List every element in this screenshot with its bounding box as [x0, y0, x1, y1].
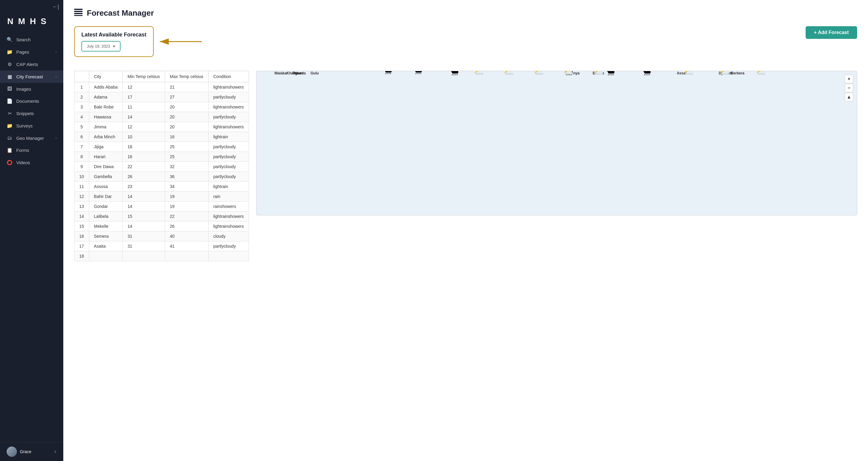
- row-condition: partlycloudy: [208, 152, 249, 162]
- snippets-icon: ✂: [7, 111, 13, 116]
- table-row: 2 Adama 17 27 partlycloudy: [74, 92, 249, 102]
- weather-marker-6: ⛅: [755, 71, 766, 76]
- sidebar-item-forms[interactable]: 📋 Forms: [0, 144, 63, 156]
- map-label-malakal: Malakal: [275, 71, 287, 75]
- map-label-uganda: Uganda: [293, 71, 306, 75]
- sidebar-item-search[interactable]: 🔍 Search: [0, 33, 63, 46]
- row-num: 10: [74, 172, 89, 182]
- row-max-temp: 41: [165, 241, 208, 251]
- add-forecast-button[interactable]: + Add Forecast: [806, 26, 857, 39]
- image-icon: 🖼: [7, 86, 13, 92]
- weather-marker-12: ⛅: [503, 71, 514, 76]
- table-row: 7 Jijiga 16 25 partlycloudy: [74, 142, 249, 152]
- row-min-temp: 11: [123, 102, 165, 112]
- table-row: 9 Dire Dawa 22 32 partlycloudy: [74, 162, 249, 172]
- forecast-date-box: Latest Available Forecast July 19, 2023 …: [74, 26, 154, 57]
- row-condition: partlycloudy: [208, 172, 249, 182]
- table-row: 15 Mekelle 14 26 lightrainshowers: [74, 221, 249, 232]
- forecast-date-area: Latest Available Forecast July 19, 2023 …: [74, 26, 205, 57]
- row-condition: partlycloudy: [208, 112, 249, 122]
- row-city: Hawassa: [89, 112, 123, 122]
- table-row: 16 Semera 31 40 cloudy: [74, 232, 249, 241]
- forecast-table: City Min Temp celsius Max Temp celsius C…: [74, 71, 249, 261]
- user-menu-chevron-icon: ∧: [54, 450, 57, 454]
- sidebar-item-images-label: Images: [16, 87, 31, 92]
- map-zoom-in-button[interactable]: +: [845, 75, 853, 83]
- grid-icon: ▦: [7, 74, 13, 80]
- sidebar-item-city-forecast-label: City Forecast: [16, 74, 43, 79]
- row-max-temp: 32: [165, 162, 208, 172]
- sidebar-item-surveys[interactable]: 📁 Surveys: [0, 120, 63, 132]
- row-num: 8: [74, 152, 89, 162]
- map-reset-button[interactable]: ▲: [845, 93, 853, 101]
- sidebar-item-cap-alerts-label: CAP Alerts: [16, 62, 38, 67]
- sidebar-item-images[interactable]: 🖼 Images: [0, 83, 63, 95]
- weather-marker-11: 🌦: [450, 71, 459, 76]
- geo-icon: 🗂: [7, 135, 13, 141]
- weather-marker-5: ⛅: [719, 71, 730, 76]
- row-city: Asaita: [89, 241, 123, 251]
- content-area: City Min Temp celsius Max Temp celsius C…: [74, 71, 857, 261]
- sidebar-item-documents[interactable]: 📄 Documents: [0, 95, 63, 107]
- row-city: Gondar: [89, 202, 123, 212]
- sidebar-item-videos[interactable]: ⭕ Videos: [0, 156, 63, 169]
- row-num: 17: [74, 241, 89, 251]
- row-condition: partlycloudy: [208, 142, 249, 152]
- sidebar-item-forms-label: Forms: [16, 148, 29, 153]
- svg-rect-1: [74, 11, 83, 12]
- chevron-right-icon-geo: ›: [56, 136, 57, 140]
- gear-icon: ⚙: [7, 61, 13, 67]
- row-city: Bahir Dar: [89, 192, 123, 202]
- user-profile[interactable]: Grace ∧: [0, 442, 63, 461]
- forecast-date-label: Latest Available Forecast: [82, 32, 147, 38]
- weather-marker-14: 🌧: [414, 71, 423, 76]
- table-row: 4 Hawassa 14 20 partlycloudy: [74, 112, 249, 122]
- row-min-temp: 22: [123, 162, 165, 172]
- weather-marker-10: ⛅: [593, 71, 604, 76]
- row-num: 4: [74, 112, 89, 122]
- row-city: Arba Minch: [89, 132, 123, 142]
- weather-marker-8: ⛅: [473, 71, 484, 76]
- row-condition: partlycloudy: [208, 92, 249, 102]
- sidebar-collapse-button[interactable]: ←|: [0, 0, 63, 13]
- row-num: 9: [74, 162, 89, 172]
- weather-marker-4: ⛅: [684, 71, 694, 76]
- row-min-temp: 31: [123, 232, 165, 241]
- row-num: 18: [74, 251, 89, 261]
- page-header-icon: [74, 9, 83, 18]
- chevron-right-icon-forecast: ›: [56, 75, 57, 79]
- page-title: Forecast Manager: [87, 8, 154, 18]
- table-row: 10 Gambella 26 36 partlycloudy: [74, 172, 249, 182]
- row-max-temp: 19: [165, 202, 208, 212]
- user-name: Grace: [20, 449, 31, 454]
- row-condition: [208, 251, 249, 261]
- sidebar-item-cap-alerts[interactable]: ⚙ CAP Alerts: [0, 58, 63, 70]
- col-header-num: [74, 71, 89, 82]
- row-max-temp: 20: [165, 122, 208, 132]
- row-num: 16: [74, 232, 89, 241]
- map-controls: + − ▲: [845, 75, 853, 101]
- sidebar-item-city-forecast[interactable]: ▦ City Forecast ›: [0, 70, 63, 83]
- sidebar-item-pages[interactable]: 📁 Pages ›: [0, 46, 63, 58]
- row-condition: lightrainshowers: [208, 122, 249, 132]
- weather-marker-2: 🌦: [607, 71, 615, 76]
- row-city: Lalibela: [89, 212, 123, 221]
- sidebar-item-geo-manager[interactable]: 🗂 Geo Manager ›: [0, 132, 63, 144]
- row-num: 3: [74, 102, 89, 112]
- weather-marker-13: ⛅: [563, 71, 574, 76]
- row-max-temp: 26: [165, 221, 208, 232]
- chevron-right-icon: ›: [56, 50, 57, 54]
- table-row: 1 Addis Ababa 12 21 lightrainshowers: [74, 82, 249, 92]
- row-condition: cloudy: [208, 232, 249, 241]
- sidebar-item-pages-label: Pages: [16, 50, 29, 55]
- forecast-date-dropdown[interactable]: July 19, 2023 ▾: [82, 41, 121, 52]
- sidebar-item-snippets[interactable]: ✂ Snippets: [0, 107, 63, 120]
- row-city: Harari: [89, 152, 123, 162]
- row-num: 5: [74, 122, 89, 132]
- row-min-temp: 10: [123, 132, 165, 142]
- row-num: 6: [74, 132, 89, 142]
- row-condition: lightrain: [208, 182, 249, 192]
- row-city: Gambella: [89, 172, 123, 182]
- weather-marker-9: ⛅: [533, 71, 544, 76]
- map-zoom-out-button[interactable]: −: [845, 84, 853, 92]
